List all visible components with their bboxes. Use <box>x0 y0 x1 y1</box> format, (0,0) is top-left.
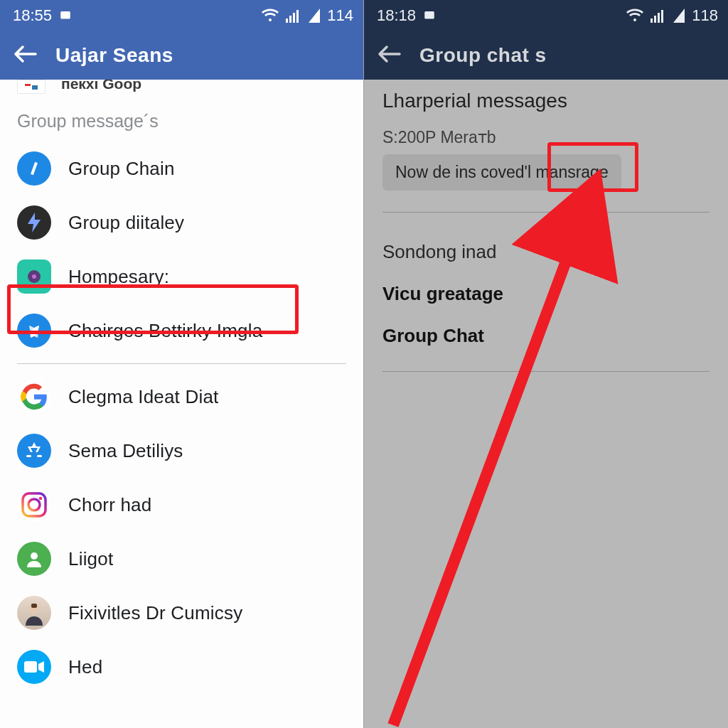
leaf-icon <box>17 314 51 348</box>
svg-marker-9 <box>28 213 41 232</box>
notification-icon <box>423 9 436 22</box>
svg-rect-25 <box>658 13 660 23</box>
google-icon <box>17 380 51 414</box>
list-item[interactable]: Sema Detiliys <box>0 424 363 478</box>
speech-icon <box>17 259 51 294</box>
list-item[interactable]: Group diitaley <box>0 196 363 250</box>
app-bar-title: Group chat s <box>419 44 547 67</box>
svg-point-11 <box>32 274 36 279</box>
person-icon <box>17 542 51 576</box>
group-icon <box>17 151 51 186</box>
list-item-label: Clegma Ideat Diat <box>68 386 219 408</box>
scroll-content[interactable]: пекхı Goop Group message´s Group Chain G… <box>0 80 363 728</box>
settings-row[interactable]: Group Chat <box>382 315 710 357</box>
camera-icon <box>17 650 51 684</box>
svg-rect-13 <box>37 455 42 457</box>
divider <box>382 371 710 372</box>
svg-rect-1 <box>286 18 288 23</box>
status-time: 18:55 <box>13 6 52 25</box>
svg-rect-0 <box>60 11 70 19</box>
wifi-icon <box>626 9 643 23</box>
list-item[interactable]: Clegma Ideat Diat <box>0 370 363 424</box>
list-item-label: Hompesary: <box>68 266 169 288</box>
back-button[interactable] <box>13 44 37 67</box>
settings-row[interactable]: Sondong inad <box>382 231 710 273</box>
status-bar: 18:55 114 <box>0 0 363 31</box>
notification-icon <box>59 9 72 22</box>
svg-rect-24 <box>654 16 656 23</box>
svg-rect-12 <box>26 455 31 457</box>
svg-marker-5 <box>309 9 320 23</box>
list-item-label: Group Chain <box>68 158 175 180</box>
list-item[interactable]: Group Chain <box>0 141 363 196</box>
list-item[interactable]: Chorr had <box>0 478 363 532</box>
avatar-icon <box>17 80 46 94</box>
svg-rect-14 <box>23 493 46 516</box>
list-item-label: Sema Detiliys <box>68 440 183 462</box>
app-bar: Group chat s <box>364 31 728 80</box>
svg-rect-3 <box>293 13 295 23</box>
status-bar: 18:18 118 <box>364 0 728 31</box>
avatar-photo <box>17 596 51 630</box>
list-item-label: Hed <box>68 656 102 678</box>
signal-icon <box>651 9 666 23</box>
svg-rect-23 <box>651 18 653 23</box>
wifi-icon <box>262 9 279 23</box>
svg-rect-19 <box>31 604 37 608</box>
list-item-label: Group diitaley <box>68 212 184 234</box>
status-battery: 114 <box>327 6 353 25</box>
svg-rect-2 <box>289 16 291 23</box>
svg-rect-8 <box>32 85 38 90</box>
bolt-icon <box>17 205 51 240</box>
list-item-label: пекхı Goop <box>61 80 141 92</box>
list-item[interactable]: Liigot <box>0 532 363 586</box>
svg-marker-21 <box>38 661 44 673</box>
svg-rect-20 <box>24 661 37 673</box>
svg-rect-26 <box>661 10 663 23</box>
svg-rect-22 <box>424 11 434 19</box>
status-battery: 118 <box>692 6 718 25</box>
list-item[interactable]: Hed <box>0 640 363 694</box>
list-item-label: Chorr had <box>68 494 151 516</box>
list-item[interactable]: Fixivitles Dr Cumicsy <box>0 586 363 640</box>
settings-content[interactable]: Lharperial messages S:200P Meraᴛb Now de… <box>364 80 728 728</box>
signal-secondary-icon <box>673 9 685 23</box>
signal-secondary-icon <box>309 9 320 23</box>
list-item[interactable]: Chairges Bettirky Imgla <box>0 304 363 358</box>
divider <box>382 212 710 213</box>
list-item-truncated[interactable]: пекхı Goop <box>0 80 363 104</box>
action-chip[interactable]: Now de ins coved'l mansrage <box>382 154 621 191</box>
list-item-label: Liigot <box>68 548 113 570</box>
svg-point-17 <box>31 552 38 560</box>
list-item-label: Chairges Bettirky Imgla <box>68 320 262 342</box>
app-bar-title: Uajar Seans <box>55 44 173 67</box>
section-header: Group message´s <box>0 104 363 141</box>
svg-marker-27 <box>673 9 685 23</box>
list-item[interactable]: Hompesary: <box>0 250 363 304</box>
list-item-label: Fixivitles Dr Cumicsy <box>68 602 242 624</box>
back-button[interactable] <box>377 44 401 67</box>
instagram-icon <box>17 488 51 522</box>
screenshot-left: 18:55 114 Uajar Seans пекхı Goop Group m… <box>0 0 364 728</box>
signal-icon <box>286 9 301 23</box>
section-heading: Lharperial messages <box>382 80 710 128</box>
svg-rect-4 <box>296 10 299 23</box>
settings-row[interactable]: Vicu greatage <box>382 273 710 315</box>
status-time: 18:18 <box>377 6 416 25</box>
svg-point-15 <box>28 499 40 510</box>
divider <box>17 363 346 364</box>
app-bar: Uajar Seans <box>0 31 363 80</box>
svg-rect-7 <box>25 84 31 86</box>
appstore-icon <box>17 434 51 468</box>
svg-point-16 <box>39 497 43 500</box>
screenshot-right: 18:18 118 Group chat s Lharperial messag… <box>364 0 728 728</box>
section-subtext: S:200P Meraᴛb <box>382 128 710 154</box>
